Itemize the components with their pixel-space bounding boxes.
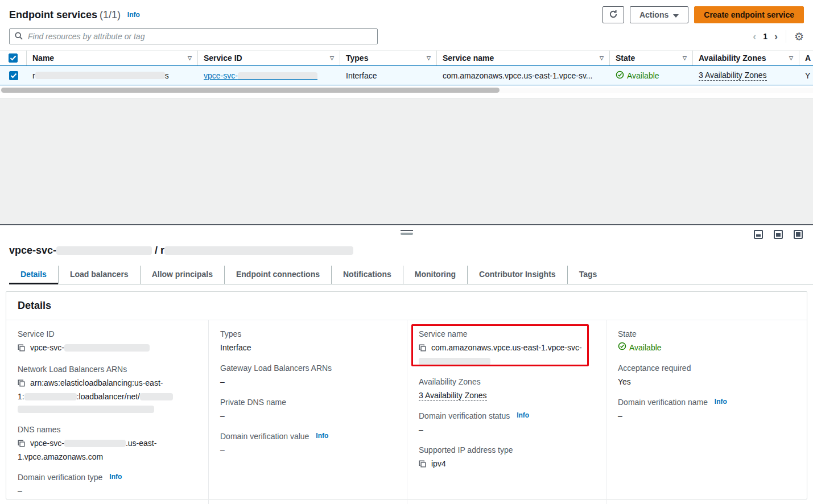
field-availability-zones: Availability Zones 3 Availability Zones bbox=[419, 377, 595, 402]
tab-allow-principals[interactable]: Allow principals bbox=[140, 266, 224, 284]
field-label: Service ID bbox=[18, 329, 197, 338]
column-header-service-id[interactable]: Service ID ▽ bbox=[198, 51, 340, 65]
pagination-next-button[interactable]: › bbox=[774, 31, 778, 42]
panel-drag-handle[interactable] bbox=[401, 230, 413, 235]
cell-acceptance: Y bbox=[799, 66, 813, 85]
tab-notifications[interactable]: Notifications bbox=[331, 266, 403, 284]
column-label: Service name bbox=[443, 53, 494, 63]
field-value: com.amazonaws.vpce.us-east-1.vpce-svc- bbox=[431, 343, 582, 352]
service-id-text: vpce-svc- bbox=[204, 71, 238, 80]
field-supported-ip-address-type: Supported IP address type ipv4 bbox=[419, 445, 595, 471]
create-endpoint-service-button[interactable]: Create endpoint service bbox=[694, 6, 804, 23]
info-link[interactable]: Info bbox=[715, 398, 727, 406]
column-label: Name bbox=[32, 53, 54, 63]
column-header-service-name[interactable]: Service name ▽ bbox=[437, 51, 610, 65]
availability-zones-popover-trigger[interactable]: 3 Availability Zones bbox=[699, 71, 767, 81]
select-all-cell bbox=[0, 51, 27, 65]
field-label: Availability Zones bbox=[419, 377, 595, 386]
field-label: Network Load Balancers ARNs bbox=[18, 365, 197, 374]
panel-size-medium-icon[interactable] bbox=[774, 230, 783, 239]
field-private-dns-name: Private DNS name – bbox=[220, 398, 395, 422]
field-value: – bbox=[220, 375, 395, 388]
info-link[interactable]: Info bbox=[316, 432, 328, 440]
field-label: Domain verification type bbox=[18, 473, 102, 482]
field-value: – bbox=[220, 410, 395, 422]
refresh-icon bbox=[609, 10, 618, 20]
tab-monitoring[interactable]: Monitoring bbox=[403, 266, 467, 284]
sort-icon: ▽ bbox=[683, 55, 687, 61]
copy-button[interactable] bbox=[18, 378, 25, 390]
actions-button[interactable]: Actions bbox=[630, 6, 688, 23]
column-header-name[interactable]: Name ▽ bbox=[27, 51, 198, 65]
column-header-types[interactable]: Types ▽ bbox=[340, 51, 437, 65]
tab-load-balancers[interactable]: Load balancers bbox=[58, 266, 140, 284]
field-value: – bbox=[419, 423, 595, 436]
horizontal-scrollbar-thumb[interactable] bbox=[1, 88, 500, 93]
copy-button[interactable] bbox=[419, 342, 426, 355]
availability-zones-popover-trigger[interactable]: 3 Availability Zones bbox=[419, 391, 487, 401]
field-label: Domain verification name bbox=[618, 398, 708, 407]
field-label: Supported IP address type bbox=[419, 445, 595, 455]
info-link[interactable]: Info bbox=[517, 411, 529, 419]
field-label: Domain verification status bbox=[419, 411, 510, 420]
search-box[interactable] bbox=[9, 28, 378, 44]
panel-title-id-prefix: vpce-svc- bbox=[9, 245, 56, 256]
panel-size-full-icon[interactable] bbox=[794, 230, 803, 239]
table-row[interactable]: r s vpce-svc- Interface com.amazonaws.vp… bbox=[0, 65, 813, 85]
copy-button[interactable] bbox=[18, 342, 25, 355]
horizontal-scrollbar bbox=[0, 88, 813, 93]
page-title-wrap: Endpoint services (1/1) Info bbox=[9, 9, 140, 21]
sort-icon: ▽ bbox=[789, 55, 793, 61]
redacted-text bbox=[18, 406, 154, 413]
field-dns-names: DNS names vpce-svc-.us-east- 1.vpce.amaz… bbox=[18, 425, 197, 463]
refresh-button[interactable] bbox=[602, 6, 624, 23]
column-label: Types bbox=[346, 53, 368, 63]
cell-availability-zones: 3 Availability Zones bbox=[693, 66, 799, 85]
page-title: Endpoint services bbox=[9, 9, 97, 20]
cell-service-id: vpce-svc- bbox=[198, 66, 340, 85]
redacted-text bbox=[56, 246, 152, 255]
sort-icon: ▽ bbox=[330, 55, 334, 61]
settings-gear-icon[interactable]: ⚙ bbox=[794, 31, 804, 42]
result-count: (1/1) bbox=[100, 9, 121, 20]
pagination-current-page[interactable]: 1 bbox=[763, 32, 767, 41]
field-label: Gateway Load Balancers ARNs bbox=[220, 363, 395, 373]
tab-endpoint-connections[interactable]: Endpoint connections bbox=[224, 266, 331, 284]
field-domain-verification-type: Domain verification type Info – bbox=[18, 473, 197, 497]
info-link[interactable]: Info bbox=[109, 473, 122, 481]
select-all-checkbox[interactable] bbox=[9, 53, 18, 63]
copy-button[interactable] bbox=[18, 438, 25, 451]
cell-name: r s bbox=[27, 66, 198, 85]
tab-tags[interactable]: Tags bbox=[567, 266, 609, 284]
field-value: – bbox=[220, 444, 395, 456]
field-types: Types Interface bbox=[220, 329, 395, 354]
column-header-state[interactable]: State ▽ bbox=[610, 51, 693, 65]
endpoint-services-list-section: Endpoint services (1/1) Info Actions Cre… bbox=[0, 0, 813, 98]
pagination-prev-button[interactable]: ‹ bbox=[753, 31, 756, 42]
redacted-text bbox=[140, 393, 173, 400]
field-state: State Available bbox=[618, 329, 795, 354]
column-header-acceptance[interactable]: A bbox=[799, 51, 813, 65]
status-available-icon bbox=[616, 71, 624, 81]
field-domain-verification-value: Domain verification value Info – bbox=[220, 432, 395, 456]
column-label: Availability Zones bbox=[699, 53, 766, 63]
panel-size-small-icon[interactable] bbox=[754, 230, 763, 239]
column-header-availability-zones[interactable]: Availability Zones ▽ bbox=[693, 51, 799, 65]
service-id-link[interactable]: vpce-svc- bbox=[204, 71, 317, 80]
field-value: 1: bbox=[18, 392, 24, 401]
copy-button[interactable] bbox=[419, 458, 426, 471]
field-label: DNS names bbox=[18, 425, 197, 434]
search-input[interactable] bbox=[27, 31, 372, 42]
tab-details[interactable]: Details bbox=[9, 266, 58, 284]
field-nlb-arns: Network Load Balancers ARNs arn:aws:elas… bbox=[18, 365, 197, 415]
tab-contributor-insights[interactable]: Contributor Insights bbox=[467, 266, 567, 284]
status-text: Available bbox=[629, 341, 662, 354]
info-link[interactable]: Info bbox=[127, 11, 140, 19]
field-value: – bbox=[618, 410, 795, 422]
row-checkbox[interactable] bbox=[9, 71, 18, 80]
redacted-text bbox=[24, 393, 77, 400]
redacted-text bbox=[64, 440, 126, 447]
name-text: s bbox=[165, 71, 169, 80]
search-icon bbox=[15, 32, 23, 42]
endpoint-services-table: Name ▽ Service ID ▽ Types ▽ Service name… bbox=[0, 50, 813, 93]
